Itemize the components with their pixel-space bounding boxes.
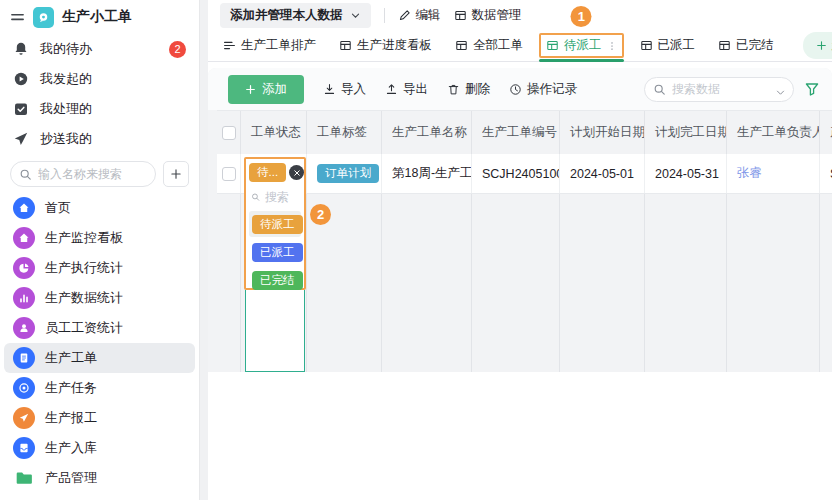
data-manage-button[interactable]: 数据管理	[454, 7, 522, 24]
table-search-input[interactable]	[644, 77, 794, 102]
sidebar-item-work-orders[interactable]: 生产工单	[4, 343, 195, 373]
sidebar-item-production-tasks[interactable]: 生产任务	[4, 373, 195, 403]
folder-icon	[13, 467, 35, 489]
operation-history-button[interactable]: 操作记录	[509, 81, 577, 98]
target-icon	[13, 377, 35, 399]
delete-button[interactable]: 删除	[447, 81, 490, 98]
filter-funnel-icon[interactable]	[804, 81, 820, 97]
tab-dispatched[interactable]: 已派工	[633, 33, 703, 58]
sidebar-resize-gutter[interactable]	[200, 0, 208, 500]
sidebar-item-cc-to-me[interactable]: 抄送我的	[0, 124, 199, 154]
cell-name[interactable]: 第18周-生产工...	[382, 154, 472, 193]
paper-plane-icon	[13, 131, 29, 147]
grid-icon	[454, 9, 467, 22]
manage-data-label: 添加并管理本人数据	[230, 7, 343, 24]
delete-label: 删除	[465, 81, 490, 98]
select-all-checkbox[interactable]	[222, 126, 236, 140]
export-button[interactable]: 导出	[385, 81, 428, 98]
manage-data-dropdown-button[interactable]: 添加并管理本人数据	[220, 3, 371, 28]
status-option-dispatched[interactable]: 已派工	[249, 239, 301, 265]
app-screen: 生产小工单 我的待办 2 我发起的 我处理的 抄送我的	[0, 0, 832, 500]
pencil-icon	[398, 9, 411, 22]
cell-tag[interactable]: 订单计划	[307, 154, 382, 193]
cell-owner[interactable]: 张睿	[727, 154, 820, 193]
clipboard-icon	[13, 437, 35, 459]
table-row[interactable]: 订单计划 第18周-生产工... SCJH24051001 2024-05-01…	[217, 154, 832, 194]
sidebar-item-handled-by-me[interactable]: 我处理的	[0, 94, 199, 124]
import-button[interactable]: 导入	[323, 81, 366, 98]
chevron-down-icon	[350, 10, 361, 21]
column-header[interactable]: 工单状态	[241, 111, 307, 154]
tab-all-work-orders[interactable]: 全部工单	[448, 33, 530, 58]
clear-selection-icon[interactable]	[289, 165, 304, 180]
sidebar-item-monitor-board[interactable]: 生产监控看板	[4, 223, 195, 253]
tutorial-step-1-badge: 1	[571, 6, 592, 27]
status-option-done[interactable]: 已完结	[249, 267, 301, 293]
sidebar-item-label: 我的待办	[40, 40, 92, 58]
tab-work-order-scheduling[interactable]: 生产工单排产	[216, 33, 323, 58]
status-option-tag: 已派工	[252, 243, 303, 262]
edit-label: 编辑	[416, 7, 441, 24]
chevron-down-icon[interactable]	[775, 84, 786, 102]
column-header[interactable]: 生产工单负责人	[727, 111, 820, 154]
sidebar-item-product-management[interactable]: 产品管理	[4, 463, 195, 493]
menu-item-label: 生产任务	[45, 379, 97, 397]
column-header[interactable]: 产	[820, 111, 832, 154]
sidebar-item-wage-stats[interactable]: 员工工资统计	[4, 313, 195, 343]
hamburger-menu-icon[interactable]	[10, 10, 25, 25]
gantt-icon	[223, 39, 236, 52]
add-label: 添加	[262, 81, 287, 98]
tab-pending-dispatch[interactable]: 待派工 1	[539, 33, 624, 58]
status-option-tag: 待派工	[252, 215, 303, 234]
status-option-search-input[interactable]	[265, 190, 299, 204]
sidebar-item-home[interactable]: 首页	[4, 193, 195, 223]
sidebar-item-warehouse-in[interactable]: 生产入库	[4, 433, 195, 463]
sidebar-header: 生产小工单	[0, 0, 199, 34]
cell-plan-start[interactable]: 2024-05-01	[560, 154, 645, 193]
search-icon	[653, 82, 666, 100]
edit-button[interactable]: 编辑	[398, 7, 441, 24]
person-icon	[13, 317, 35, 339]
new-view-button[interactable]: 新建视图	[803, 32, 832, 59]
column-header[interactable]: 生产工单名称	[382, 111, 472, 154]
trash-icon	[447, 83, 460, 96]
table-empty-area	[217, 194, 832, 372]
sidebar-item-my-todo[interactable]: 我的待办 2	[0, 34, 199, 64]
sidebar-item-work-report[interactable]: 生产报工	[4, 403, 195, 433]
tab-progress-board[interactable]: 生产进度看板	[332, 33, 439, 58]
sidebar-item-execution-stats[interactable]: 生产执行统计	[4, 253, 195, 283]
column-header[interactable]: 生产工单编号	[472, 111, 560, 154]
status-option-pending[interactable]: 待派工	[249, 211, 301, 237]
play-circle-icon	[13, 71, 29, 87]
sidebar: 生产小工单 我的待办 2 我发起的 我处理的 抄送我的	[0, 0, 200, 500]
menu-item-label: 生产入库	[45, 439, 97, 457]
import-icon	[323, 83, 336, 96]
add-record-button[interactable]: 添加	[228, 75, 304, 104]
cell-plan-end[interactable]: 2024-05-31	[645, 154, 727, 193]
menu-item-label: 生产监控看板	[45, 229, 123, 247]
column-header[interactable]: 计划完工日期	[645, 111, 727, 154]
table-toolbar: 添加 导入 导出 删除 操作记录	[208, 68, 832, 110]
sidebar-item-initiated-by-me[interactable]: 我发起的	[0, 64, 199, 94]
top-action-bar: 添加并管理本人数据 编辑 数据管理	[208, 0, 832, 30]
history-label: 操作记录	[527, 81, 577, 98]
sidebar-item-data-stats[interactable]: 生产数据统计	[4, 283, 195, 313]
column-header[interactable]: 计划开始日期	[560, 111, 645, 154]
tab-label: 生产工单排产	[241, 37, 316, 54]
tab-completed[interactable]: 已完结	[711, 33, 781, 58]
home-icon	[13, 227, 35, 249]
row-checkbox[interactable]	[222, 167, 236, 181]
sidebar-item-label: 抄送我的	[40, 130, 92, 148]
menu-item-label: 生产数据统计	[45, 289, 123, 307]
pie-chart-icon	[13, 257, 35, 279]
tab-label: 全部工单	[473, 37, 523, 54]
owner-link[interactable]: 张睿	[737, 165, 762, 182]
divider	[384, 8, 385, 23]
add-page-button[interactable]	[163, 161, 189, 187]
cell-code[interactable]: SCJH24051001	[472, 154, 560, 193]
column-header[interactable]: 工单标签	[307, 111, 382, 154]
tab-label: 已完结	[736, 37, 774, 54]
tab-label: 生产进度看板	[357, 37, 432, 54]
cell-product[interactable]: S	[820, 154, 832, 193]
table-header: 工单状态 工单标签 生产工单名称 生产工单编号 计划开始日期 计划完工日期 生产…	[217, 110, 832, 154]
